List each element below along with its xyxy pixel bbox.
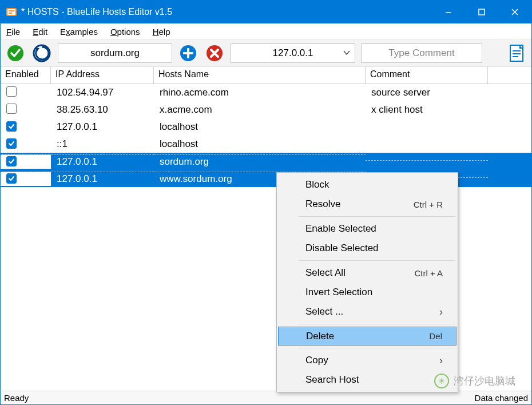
table-row[interactable]: 102.54.94.97rhino.acme.comsource server [1, 84, 531, 101]
menu-examples[interactable]: Examples [58, 26, 100, 38]
enabled-checkbox[interactable] [6, 104, 17, 114]
chevron-down-icon[interactable] [343, 49, 350, 58]
cell-hostname[interactable]: x.acme.com [154, 103, 366, 117]
table-row[interactable]: ::1localhost [1, 136, 531, 153]
cell-comment[interactable]: x client host [366, 103, 488, 117]
cell-hostname[interactable]: localhost [154, 120, 366, 134]
minimize-button[interactable] [432, 1, 465, 23]
menu-help[interactable]: Help [150, 26, 173, 38]
add-entry-button[interactable] [178, 43, 198, 63]
app-icon [5, 6, 18, 18]
enabled-checkbox[interactable] [6, 156, 17, 166]
ctx-enable-selected[interactable]: Enable Selected [278, 219, 456, 239]
cell-enabled[interactable] [1, 85, 51, 101]
enabled-checkbox[interactable] [6, 86, 17, 97]
grid-header: Enabled IP Address Hosts Name Comment [1, 67, 531, 84]
cell-ip[interactable]: 127.0.0.1 [51, 172, 154, 186]
menu-file[interactable]: File [4, 26, 22, 38]
cell-hostname[interactable]: sordum.org [154, 154, 366, 169]
cell-ip[interactable]: 127.0.0.1 [51, 154, 154, 169]
status-left: Ready [4, 393, 29, 403]
svg-rect-2 [9, 10, 14, 11]
ip-combobox[interactable] [231, 43, 355, 63]
enabled-checkbox[interactable] [6, 173, 17, 184]
remove-entry-button[interactable] [204, 43, 225, 63]
cell-enabled[interactable] [1, 120, 51, 134]
cell-ip[interactable]: 38.25.63.10 [51, 103, 154, 117]
menubar: File Edit Examples Options Help [1, 23, 531, 39]
ctx-separator [299, 348, 455, 348]
cell-enabled[interactable] [1, 102, 51, 118]
ctx-separator [299, 260, 455, 261]
cell-comment[interactable] [366, 160, 488, 163]
table-row[interactable]: 127.0.0.1localhost [1, 118, 531, 136]
apply-button[interactable] [5, 43, 26, 63]
menu-edit[interactable]: Edit [30, 26, 50, 38]
ip-input[interactable] [236, 45, 350, 61]
ctx-separator [299, 324, 455, 324]
cell-comment[interactable] [366, 143, 488, 145]
ctx-separator [299, 216, 455, 217]
ctx-delete[interactable]: DeleteDel [278, 327, 456, 346]
table-row[interactable]: 38.25.63.10x.acme.comx client host [1, 101, 531, 118]
table-row[interactable]: 127.0.0.1sordum.org [1, 153, 531, 170]
cell-hostname[interactable]: localhost [154, 137, 366, 151]
cell-comment[interactable] [366, 126, 488, 128]
svg-rect-10 [183, 52, 193, 54]
status-right: Data changed [475, 393, 528, 403]
ctx-select-submenu[interactable]: Select ... [278, 302, 456, 321]
col-header-comment[interactable]: Comment [366, 67, 488, 84]
ctx-resolve[interactable]: ResolveCtrl + R [278, 194, 456, 214]
cell-ip[interactable]: 102.54.94.97 [51, 86, 154, 100]
toolbar [1, 39, 531, 67]
context-menu[interactable]: Block ResolveCtrl + R Enable Selected Di… [276, 172, 458, 392]
col-header-hostname[interactable]: Hosts Name [154, 67, 366, 84]
cell-enabled[interactable] [1, 172, 51, 186]
svg-rect-1 [7, 9, 15, 15]
open-hosts-button[interactable] [506, 43, 527, 63]
window-title: * HOSTS - BlueLife Hosts Editor v1.5 [18, 7, 432, 17]
close-button[interactable] [498, 1, 531, 23]
svg-rect-3 [9, 13, 12, 14]
svg-rect-4 [446, 12, 451, 13]
host-input[interactable] [58, 43, 172, 63]
ctx-disable-selected[interactable]: Disable Selected [278, 239, 456, 258]
col-header-enabled[interactable]: Enabled [1, 67, 51, 84]
col-header-ip[interactable]: IP Address [51, 67, 154, 84]
cell-comment[interactable]: source server [366, 86, 488, 100]
maximize-button[interactable] [465, 1, 498, 23]
cell-ip[interactable]: ::1 [51, 137, 154, 151]
cell-hostname[interactable]: rhino.acme.com [154, 86, 366, 100]
ctx-copy-submenu[interactable]: Copy [278, 351, 456, 370]
enabled-checkbox[interactable] [6, 121, 17, 132]
comment-input[interactable] [361, 43, 482, 63]
menu-options[interactable]: Options [108, 26, 142, 38]
ctx-search-host[interactable]: Search Host [278, 370, 456, 390]
titlebar: * HOSTS - BlueLife Hosts Editor v1.5 [1, 1, 531, 23]
enabled-checkbox[interactable] [6, 138, 17, 149]
svg-rect-5 [479, 9, 485, 15]
ctx-block[interactable]: Block [278, 175, 456, 194]
cell-enabled[interactable] [1, 137, 51, 151]
ctx-select-all[interactable]: Select AllCtrl + A [278, 263, 456, 283]
status-bar: Ready Data changed [1, 391, 531, 404]
ctx-invert-selection[interactable]: Invert Selection [278, 283, 456, 302]
cell-enabled[interactable] [1, 154, 51, 169]
refresh-button[interactable] [31, 43, 52, 63]
cell-ip[interactable]: 127.0.0.1 [51, 120, 154, 134]
